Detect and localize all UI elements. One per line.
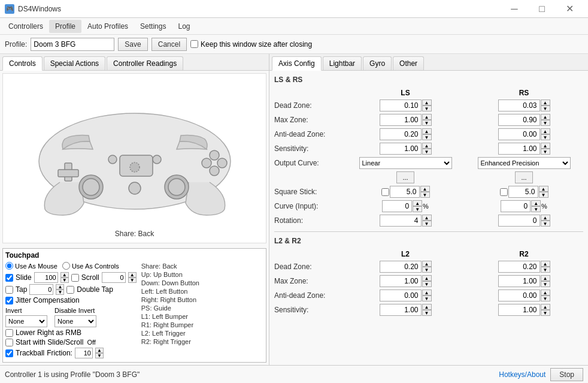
tab-controls[interactable]: Controls xyxy=(2,56,43,71)
r2-anti-dead-up[interactable]: ▲ xyxy=(541,289,550,295)
sensitivity-ls-up[interactable]: ▲ xyxy=(422,143,432,149)
max-zone-ls-down[interactable]: ▼ xyxy=(422,120,432,126)
l2-anti-dead-input[interactable] xyxy=(380,289,422,301)
square-rs-down[interactable]: ▼ xyxy=(539,192,548,198)
r2-anti-dead-input[interactable] xyxy=(498,289,540,301)
square-ls-checkbox[interactable] xyxy=(381,188,389,196)
rotation-rs-down[interactable]: ▼ xyxy=(541,221,550,227)
square-ls-down[interactable]: ▼ xyxy=(420,192,430,198)
output-curve-ls-select[interactable]: Linear Enhanced Precision Quadratic Cubi… xyxy=(359,157,452,169)
max-zone-rs-down[interactable]: ▼ xyxy=(541,120,550,126)
ellipsis-rs-button[interactable]: ... xyxy=(515,171,533,183)
curve-ls-up[interactable]: ▲ xyxy=(413,200,422,206)
lower-rmb-checkbox[interactable] xyxy=(5,329,13,337)
slide-up[interactable]: ▲ xyxy=(60,272,69,278)
rotation-rs-input[interactable] xyxy=(498,215,540,227)
max-zone-ls-up[interactable]: ▲ xyxy=(422,114,432,120)
start-slide-checkbox[interactable] xyxy=(5,339,13,346)
jitter-checkbox[interactable] xyxy=(5,297,13,304)
rotation-ls-down[interactable]: ▼ xyxy=(422,221,432,227)
slide-checkbox[interactable] xyxy=(5,274,13,282)
friction-up[interactable]: ▲ xyxy=(95,348,104,353)
cancel-button[interactable]: Cancel xyxy=(151,38,187,51)
use-as-controls-label[interactable]: Use As Controls xyxy=(62,262,119,270)
anti-dead-ls-up[interactable]: ▲ xyxy=(422,128,432,134)
l2-dead-zone-down[interactable]: ▼ xyxy=(422,267,432,273)
curve-ls-input[interactable] xyxy=(382,200,412,212)
menu-auto-profiles[interactable]: Auto Profiles xyxy=(81,20,134,33)
menu-settings[interactable]: Settings xyxy=(134,20,172,33)
tap-checkbox[interactable] xyxy=(5,286,13,294)
tap-up[interactable]: ▲ xyxy=(56,284,64,289)
tap-down[interactable]: ▼ xyxy=(56,289,64,295)
anti-dead-ls-down[interactable]: ▼ xyxy=(422,134,432,140)
curve-rs-up[interactable]: ▲ xyxy=(531,200,541,206)
square-rs-up[interactable]: ▲ xyxy=(539,186,548,192)
tab-lightbar[interactable]: Lightbar xyxy=(323,56,362,70)
rotation-rs-up[interactable]: ▲ xyxy=(541,215,550,221)
r2-dead-zone-down[interactable]: ▼ xyxy=(541,267,550,273)
r2-max-zone-input[interactable] xyxy=(498,275,540,287)
sensitivity-rs-input[interactable] xyxy=(498,143,540,155)
tab-gyro[interactable]: Gyro xyxy=(363,56,392,70)
curve-rs-down[interactable]: ▼ xyxy=(531,206,541,212)
keep-size-checkbox-label[interactable]: Keep this window size after closing xyxy=(190,40,312,49)
r2-max-zone-down[interactable]: ▼ xyxy=(541,281,550,287)
scroll-checkbox[interactable] xyxy=(71,274,79,282)
anti-dead-rs-input[interactable] xyxy=(498,128,540,140)
scroll-input[interactable] xyxy=(102,272,126,283)
hotkeys-link[interactable]: Hotkeys/About xyxy=(499,370,545,379)
r2-sensitivity-down[interactable]: ▼ xyxy=(541,310,550,316)
ellipsis-ls-button[interactable]: ... xyxy=(396,171,414,183)
maximize-button[interactable]: □ xyxy=(528,0,556,18)
l2-max-zone-input[interactable] xyxy=(380,275,422,287)
disable-invert-select[interactable]: None xyxy=(54,315,96,327)
keep-size-checkbox[interactable] xyxy=(190,40,198,48)
rotation-ls-input[interactable] xyxy=(380,215,422,227)
invert-select[interactable]: None xyxy=(5,315,47,327)
anti-dead-ls-input[interactable] xyxy=(380,128,422,140)
minimize-button[interactable]: ─ xyxy=(501,0,528,18)
save-button[interactable]: Save xyxy=(118,38,147,51)
anti-dead-rs-down[interactable]: ▼ xyxy=(541,134,550,140)
tab-other[interactable]: Other xyxy=(393,56,424,70)
l2-dead-zone-up[interactable]: ▲ xyxy=(422,261,432,267)
square-ls-input[interactable] xyxy=(390,186,420,198)
l2-sensitivity-up[interactable]: ▲ xyxy=(422,304,432,310)
l2-anti-dead-up[interactable]: ▲ xyxy=(422,289,432,295)
l2-dead-zone-input[interactable] xyxy=(380,261,422,273)
r2-sensitivity-input[interactable] xyxy=(498,304,540,316)
sensitivity-rs-down[interactable]: ▼ xyxy=(541,149,550,155)
menu-log[interactable]: Log xyxy=(172,20,196,33)
trackball-checkbox[interactable] xyxy=(5,349,13,357)
menu-profile[interactable]: Profile xyxy=(49,20,81,33)
dead-zone-rs-up[interactable]: ▲ xyxy=(541,99,550,105)
friction-input[interactable] xyxy=(75,348,93,358)
friction-down[interactable]: ▼ xyxy=(95,353,104,358)
menu-controllers[interactable]: Controllers xyxy=(2,20,49,33)
dead-zone-rs-down[interactable]: ▼ xyxy=(541,105,550,111)
dead-zone-rs-input[interactable] xyxy=(498,99,540,111)
square-ls-up[interactable]: ▲ xyxy=(420,186,430,192)
tab-controller-readings[interactable]: Controller Readings xyxy=(107,56,183,70)
dead-zone-ls-input[interactable] xyxy=(380,99,422,111)
max-zone-rs-up[interactable]: ▲ xyxy=(541,114,550,120)
dead-zone-ls-down[interactable]: ▼ xyxy=(422,105,432,111)
r2-dead-zone-input[interactable] xyxy=(498,261,540,273)
l2-sensitivity-down[interactable]: ▼ xyxy=(422,310,432,316)
curve-rs-input[interactable] xyxy=(501,200,531,212)
use-as-mouse-label[interactable]: Use As Mouse xyxy=(5,262,57,270)
sensitivity-ls-input[interactable] xyxy=(380,143,422,155)
anti-dead-rs-up[interactable]: ▲ xyxy=(541,128,550,134)
l2-sensitivity-input[interactable] xyxy=(380,304,422,316)
scroll-up[interactable]: ▲ xyxy=(128,272,137,278)
r2-max-zone-up[interactable]: ▲ xyxy=(541,275,550,281)
l2-max-zone-down[interactable]: ▼ xyxy=(422,281,432,287)
square-rs-input[interactable] xyxy=(508,186,538,198)
profile-input[interactable] xyxy=(31,38,114,51)
max-zone-ls-input[interactable] xyxy=(380,114,422,126)
max-zone-rs-input[interactable] xyxy=(498,114,540,126)
sensitivity-ls-down[interactable]: ▼ xyxy=(422,149,432,155)
output-curve-rs-select[interactable]: Enhanced Precision Linear Quadratic Cubi… xyxy=(478,157,571,169)
r2-sensitivity-up[interactable]: ▲ xyxy=(541,304,550,310)
